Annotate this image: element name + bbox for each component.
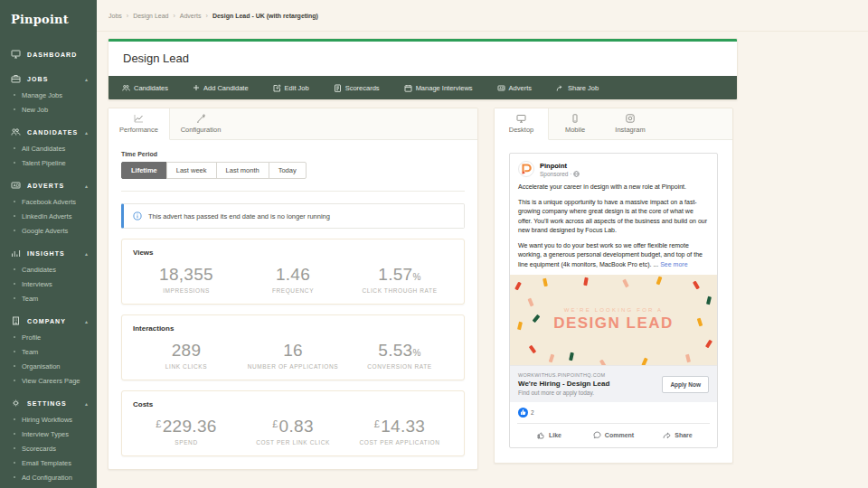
edit-job-button[interactable]: Edit Job bbox=[273, 84, 309, 92]
confetti bbox=[599, 360, 607, 365]
sidebar-item-manage-jobs[interactable]: Manage Jobs bbox=[0, 88, 97, 102]
sidebar-item-candidates[interactable]: CANDIDATES ▴ bbox=[0, 123, 97, 141]
tab-instagram[interactable]: Instagram bbox=[601, 108, 659, 139]
edit-icon bbox=[273, 84, 281, 92]
like-button[interactable]: Like bbox=[517, 427, 581, 444]
sidebar-item-dashboard[interactable]: DASHBOARD bbox=[0, 45, 97, 63]
sidebar-item-insights-candidates[interactable]: Candidates bbox=[0, 262, 97, 277]
tab-mobile[interactable]: Mobile bbox=[549, 108, 601, 139]
post-author[interactable]: Pinpoint bbox=[540, 162, 580, 170]
bullet-dot bbox=[14, 283, 15, 285]
collapse-caret[interactable]: ▴ bbox=[85, 129, 88, 136]
sidebar-item-view-careers-page[interactable]: View Careers Page bbox=[0, 373, 97, 388]
sidebar-item-google-adverts[interactable]: Google Adverts bbox=[0, 223, 97, 238]
post-paragraph: Accelerate your career in design with a … bbox=[518, 183, 709, 192]
collapse-caret[interactable]: ▴ bbox=[85, 400, 88, 407]
stat-label: COST PER APPLICATION bbox=[346, 439, 453, 446]
confetti bbox=[570, 352, 575, 361]
sidebar-item-linkedin-adverts[interactable]: LinkedIn Adverts bbox=[0, 209, 97, 223]
sidebar-item-profile[interactable]: Profile bbox=[0, 330, 97, 344]
ad-creative-image[interactable]: WE'RE LOOKING FOR A DESIGN LEAD bbox=[510, 275, 717, 365]
sidebar-item-adverts[interactable]: ADVERTS ▴ bbox=[0, 176, 97, 194]
sidebar-item-facebook-adverts[interactable]: Facebook Adverts bbox=[0, 194, 97, 209]
sidebar-sublabel: Facebook Adverts bbox=[22, 198, 76, 206]
time-period-last-week[interactable]: Last week bbox=[166, 162, 217, 179]
stat-group-title: Views bbox=[133, 249, 453, 257]
collapse-caret[interactable]: ▴ bbox=[85, 183, 88, 189]
see-more-link[interactable]: See more bbox=[660, 261, 687, 267]
preview-body: Pinpoint Sponsored · Accelerate your car… bbox=[495, 140, 732, 463]
scorecards-button[interactable]: Scorecards bbox=[334, 84, 380, 92]
stat-label: COST PER LINK CLICK bbox=[240, 439, 346, 446]
breadcrumb-design-lead[interactable]: Design Lead bbox=[133, 13, 168, 19]
sidebar-item-all-candidates[interactable]: All Candidates bbox=[0, 141, 97, 155]
reaction-count[interactable]: 2 bbox=[531, 409, 534, 416]
info-icon bbox=[133, 211, 142, 221]
comment-icon bbox=[593, 431, 601, 439]
sidebar-item-insights[interactable]: INSIGHTS ▴ bbox=[0, 244, 97, 262]
sidebar-label: DASHBOARD bbox=[27, 52, 88, 58]
pinpoint-wordmark[interactable]: Pinpoint bbox=[0, 11, 97, 39]
facebook-post-preview: Pinpoint Sponsored · Accelerate your car… bbox=[509, 153, 718, 448]
stat-group-title: Interactions bbox=[133, 324, 453, 333]
breadcrumb-jobs[interactable]: Jobs bbox=[108, 13, 122, 19]
sidebar-label: JOBS bbox=[27, 76, 79, 82]
time-period-last-month[interactable]: Last month bbox=[216, 162, 269, 179]
sidebar-item-interview-types[interactable]: Interview Types bbox=[0, 427, 97, 441]
sidebar-item-hiring-workflows[interactable]: Hiring Workflows bbox=[0, 412, 97, 427]
time-period-lifetime[interactable]: Lifetime bbox=[121, 162, 167, 179]
two-column-layout: Performance Configuration Time Period Li… bbox=[108, 108, 857, 470]
toolbar-label: Add Candidate bbox=[203, 84, 249, 92]
tab-desktop[interactable]: Desktop bbox=[495, 108, 549, 140]
link-subtitle: Find out more or apply today. bbox=[518, 389, 609, 396]
time-period-today[interactable]: Today bbox=[269, 162, 307, 179]
candidates-button[interactable]: Candidates bbox=[122, 84, 168, 92]
sidebar-item-scorecards[interactable]: Scorecards bbox=[0, 441, 97, 455]
stat-value: 1.46 bbox=[240, 265, 346, 285]
stat-label: IMPRESSIONS bbox=[133, 287, 240, 294]
sidebar-item-ad-configuration[interactable]: Ad Configuration bbox=[0, 470, 97, 484]
calendar-icon bbox=[404, 84, 412, 92]
sidebar-item-insights-team[interactable]: Team bbox=[0, 291, 97, 305]
collapse-caret[interactable]: ▴ bbox=[85, 318, 88, 324]
bullet-dot bbox=[14, 380, 15, 381]
sidebar-section-settings: SETTINGS ▴ Hiring Workflows Interview Ty… bbox=[0, 394, 97, 484]
sponsored-label: Sponsored · bbox=[540, 171, 580, 177]
sidebar-item-talent-pipeline[interactable]: Talent Pipeline bbox=[0, 155, 97, 170]
sidebar-item-email-templates[interactable]: Email Templates bbox=[0, 455, 97, 470]
thumb-icon bbox=[537, 431, 545, 439]
camera-icon bbox=[601, 114, 659, 123]
stat-spend: £229.36 SPEND bbox=[133, 417, 240, 446]
add-candidate-button[interactable]: Add Candidate bbox=[193, 84, 249, 92]
adverts-button[interactable]: Adverts bbox=[497, 84, 532, 92]
confetti bbox=[706, 296, 712, 305]
tab-performance[interactable]: Performance bbox=[108, 108, 170, 140]
sidebar-item-organisation[interactable]: Organisation bbox=[0, 359, 97, 373]
sidebar-item-company[interactable]: COMPANY ▴ bbox=[0, 312, 97, 330]
sidebar-item-jobs[interactable]: JOBS ▴ bbox=[0, 70, 97, 88]
share-arrow-icon bbox=[663, 431, 671, 439]
collapse-caret[interactable]: ▴ bbox=[85, 250, 88, 257]
sidebar-section-candidates: CANDIDATES ▴ All Candidates Talent Pipel… bbox=[0, 123, 97, 170]
ad-kicker-text: WE'RE LOOKING FOR A bbox=[564, 307, 664, 313]
plus-icon bbox=[193, 84, 200, 91]
tab-configuration[interactable]: Configuration bbox=[170, 108, 231, 139]
share-job-button[interactable]: Share Job bbox=[556, 84, 599, 92]
breadcrumb-adverts[interactable]: Adverts bbox=[180, 13, 202, 19]
collapse-caret[interactable]: ▴ bbox=[85, 76, 88, 82]
sidebar-sublabel: New Job bbox=[22, 106, 48, 114]
toolbar-label: Scorecards bbox=[345, 84, 380, 92]
apply-now-button[interactable]: Apply Now bbox=[662, 376, 709, 393]
share-button[interactable]: Share bbox=[646, 427, 710, 444]
post-actions: Like Comment Share bbox=[517, 423, 710, 447]
sidebar-item-new-job[interactable]: New Job bbox=[0, 102, 97, 117]
like-badge-icon[interactable] bbox=[518, 408, 528, 418]
sidebar-item-company-team[interactable]: Team bbox=[0, 344, 97, 359]
sidebar-item-insights-interviews[interactable]: Interviews bbox=[0, 277, 97, 291]
link-preview-bar[interactable]: WORKWITHUS.PINPOINTHQ.COM We're Hiring -… bbox=[510, 365, 717, 402]
bullet-dot bbox=[14, 351, 15, 352]
comment-button[interactable]: Comment bbox=[581, 427, 646, 444]
building-icon bbox=[11, 316, 21, 325]
sidebar-item-settings[interactable]: SETTINGS ▴ bbox=[0, 394, 97, 412]
manage-interviews-button[interactable]: Manage Interviews bbox=[404, 84, 473, 92]
